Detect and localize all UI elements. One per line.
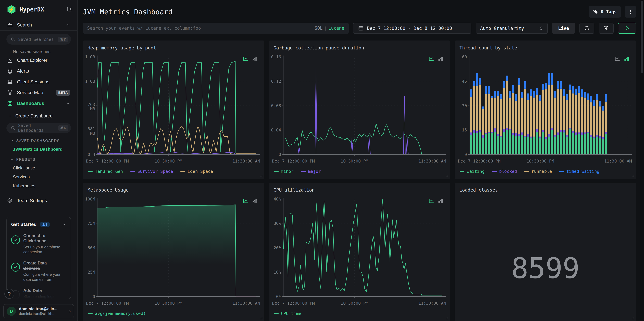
chevron-up-icon[interactable] [66, 23, 70, 27]
legend-label: runnable [532, 169, 552, 174]
granularity-select[interactable]: Auto Granularity [476, 23, 548, 34]
section-saved-dashboards[interactable]: SAVED DASHBOARDS [0, 133, 77, 143]
panel-loaded-classes: Loaded classes 8599 [454, 183, 636, 321]
sidebar-item-label: Alerts [17, 68, 29, 74]
preset-services[interactable]: Services [0, 171, 77, 180]
resize-handle-icon[interactable] [631, 316, 634, 320]
chevron-down-icon [10, 139, 14, 143]
task-title: Create Data Sources [23, 260, 62, 271]
resize-handle-icon[interactable] [259, 316, 263, 320]
task-title: Add Data [23, 288, 58, 293]
legend-item[interactable]: minor [274, 169, 294, 174]
scrollbar-thumb[interactable] [641, 1, 643, 73]
select-chevrons-icon [539, 26, 543, 31]
line-chart-toggle-icon[interactable] [614, 56, 620, 62]
line-chart-toggle-icon[interactable] [428, 198, 434, 204]
saved-dashboards-placeholder: Saved Dashboards [18, 123, 58, 133]
refresh-button[interactable] [580, 23, 594, 34]
logo-row: ⚡ HyperDX [0, 0, 77, 14]
bar-chart-toggle-icon[interactable] [624, 56, 630, 62]
sidebar-item-jvm-dashboard[interactable]: JVM Metrics Dashboard [0, 143, 77, 152]
legend-swatch [301, 171, 306, 172]
legend-item[interactable]: Eden Space [180, 169, 213, 174]
legend-label: Survivor Space [138, 169, 173, 174]
resize-handle-icon[interactable] [445, 174, 448, 178]
get-started-progress-badge: 2/3 [40, 222, 50, 227]
svg-text:10:30:00 PM: 10:30:00 PM [526, 159, 554, 164]
filter-button[interactable] [599, 23, 614, 34]
sidebar-item-alerts[interactable]: Alerts [0, 66, 77, 76]
user-name: dominic.tran@clic... [19, 307, 57, 311]
sidebar-item-search[interactable]: Search [0, 19, 77, 30]
resize-handle-icon[interactable] [631, 174, 634, 178]
filter-edit-icon [603, 25, 609, 31]
legend-item[interactable]: timed_waiting [559, 169, 600, 174]
legend-item[interactable]: Tenured Gen [88, 169, 123, 174]
bar-chart-toggle-icon[interactable] [252, 56, 258, 62]
svg-text:10:30:00 PM: 10:30:00 PM [340, 159, 368, 164]
beta-badge: BETA [56, 90, 70, 96]
sidebar-item-chart-explorer[interactable]: Chart Explorer [0, 55, 77, 66]
section-presets[interactable]: PRESETS [0, 152, 77, 162]
check-circle-icon [11, 235, 20, 244]
panel-thread-count: Thread count by state 604530150Dec 7 12:… [454, 40, 636, 179]
tags-button[interactable]: 0 Tags [588, 6, 621, 17]
chart-canvas: 100M75M50M25M0Dec 7 12:00:00 PM10:30:00 … [83, 195, 264, 308]
mode-lucene[interactable]: Lucene [328, 26, 344, 31]
preset-kubernetes[interactable]: Kubernetes [0, 180, 77, 189]
legend-item[interactable]: avg(jvm.memory.used) [88, 311, 146, 316]
line-chart-toggle-icon[interactable] [243, 198, 248, 204]
help-button[interactable]: ? [4, 289, 14, 299]
run-query-button[interactable] [618, 23, 636, 34]
svg-text:11:30:00 AM: 11:30:00 AM [232, 301, 260, 306]
line-chart-toggle-icon[interactable] [428, 56, 434, 62]
chevron-up-icon[interactable] [61, 222, 66, 227]
user-menu[interactable]: D dominic.tran@clic... dominic.tran@clic… [4, 304, 74, 318]
svg-text:11:30:00 AM: 11:30:00 AM [604, 159, 632, 164]
svg-text:Dec 7 12:00:00 PM: Dec 7 12:00:00 PM [86, 159, 129, 164]
panel-title: CPU utilization [269, 183, 450, 195]
mode-sql[interactable]: SQL [314, 26, 322, 31]
saved-dashboards-input[interactable]: Saved Dashboards ⌘K [6, 123, 71, 133]
legend-item[interactable]: blocked [492, 169, 517, 174]
sidebar-item-team-settings[interactable]: Team Settings [0, 195, 77, 206]
chart-thread-count: 604530150Dec 7 12:00:00 PM10:30:00 PM11:… [454, 53, 636, 166]
date-range-picker[interactable]: Dec 7 12:00:00 - Dec 8 12:00:00 [353, 23, 471, 34]
title-row: JVM Metrics Dashboard 0 Tags [83, 0, 640, 17]
get-started-item-sources[interactable]: Create Data Sources Configure where your… [11, 260, 66, 282]
line-chart-toggle-icon[interactable] [243, 56, 248, 62]
dashboard-menu-button[interactable] [625, 6, 636, 17]
legend-item[interactable]: waiting [460, 169, 484, 174]
legend-item[interactable]: major [301, 169, 321, 174]
sidebar-item-dashboards[interactable]: Dashboards [0, 98, 77, 109]
legend-swatch [180, 171, 185, 172]
resize-handle-icon[interactable] [445, 316, 448, 320]
legend-item[interactable]: Survivor Space [130, 169, 173, 174]
bar-chart-toggle-icon[interactable] [438, 56, 444, 62]
event-search-box: SQL | Lucene [83, 23, 349, 34]
legend-label: CPU time [281, 311, 301, 316]
granularity-value: Auto Granularity [480, 26, 524, 31]
sidebar-collapse-icon[interactable] [66, 6, 73, 13]
get-started-item-add-data[interactable]: Add Data Start sending logs, metrics, or… [11, 288, 66, 299]
task-title: Connect to ClickHouse [23, 233, 62, 244]
bar-chart-toggle-icon[interactable] [252, 198, 258, 204]
search-input[interactable] [87, 26, 314, 31]
chart-canvas: 604530150Dec 7 12:00:00 PM10:30:00 PM11:… [454, 53, 636, 166]
loaded-classes-value: 8599 [511, 252, 580, 285]
live-button[interactable]: Live [552, 23, 575, 34]
resize-handle-icon[interactable] [259, 174, 263, 178]
legend-swatch [88, 313, 92, 314]
preset-clickhouse[interactable]: ClickHouse [0, 162, 77, 171]
bar-chart-toggle-icon[interactable] [438, 198, 444, 204]
legend-item[interactable]: runnable [524, 169, 552, 174]
chevron-up-icon[interactable] [66, 101, 70, 106]
legend-item[interactable]: CPU time [274, 311, 301, 316]
create-dashboard-button[interactable]: + Create Dashboard [0, 109, 77, 119]
sidebar-item-service-map[interactable]: Service Map BETA [0, 87, 77, 98]
sidebar-item-label: Team Settings [17, 198, 47, 203]
saved-searches-input[interactable]: Saved Searches ⌘K [6, 34, 71, 44]
get-started-item-connect[interactable]: Connect to ClickHouse Set up your databa… [11, 233, 66, 255]
sidebar-item-client-sessions[interactable]: Client Sessions [0, 76, 77, 87]
legend-label: timed_waiting [566, 169, 600, 174]
